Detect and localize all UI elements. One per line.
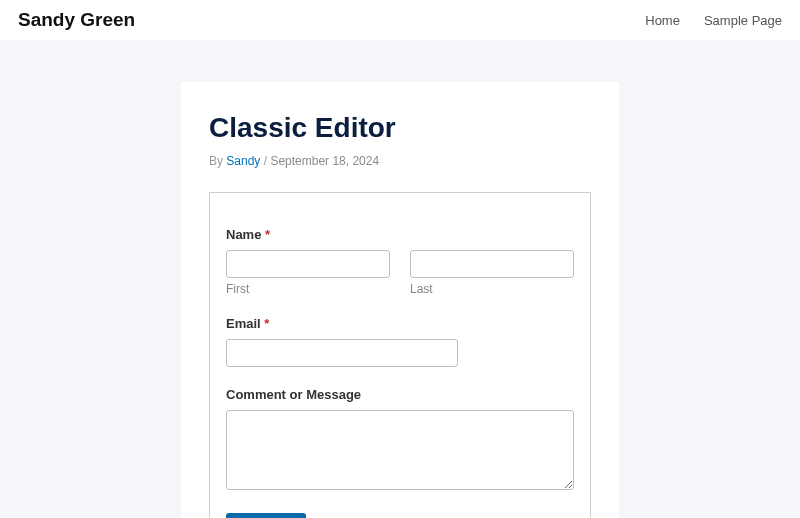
by-label: By	[209, 154, 226, 168]
name-label: Name *	[226, 227, 574, 242]
last-name-input[interactable]	[410, 250, 574, 278]
site-title[interactable]: Sandy Green	[18, 9, 135, 31]
email-label: Email *	[226, 316, 574, 331]
author-link[interactable]: Sandy	[226, 154, 260, 168]
name-field-group: Name * First Last	[226, 227, 574, 296]
comment-label: Comment or Message	[226, 387, 574, 402]
last-name-col: Last	[410, 250, 574, 296]
first-name-sublabel: First	[226, 282, 390, 296]
name-label-text: Name	[226, 227, 265, 242]
name-row: First Last	[226, 250, 574, 296]
contact-form: Name * First Last Email *	[209, 192, 591, 518]
email-label-text: Email	[226, 316, 264, 331]
page-title: Classic Editor	[209, 112, 591, 144]
submit-button[interactable]: Submit	[226, 513, 306, 518]
comment-textarea[interactable]	[226, 410, 574, 490]
last-name-sublabel: Last	[410, 282, 574, 296]
email-required-marker: *	[264, 316, 269, 331]
first-name-col: First	[226, 250, 390, 296]
nav-home[interactable]: Home	[645, 13, 680, 28]
first-name-input[interactable]	[226, 250, 390, 278]
email-field-group: Email *	[226, 316, 574, 367]
primary-nav: Home Sample Page	[645, 13, 782, 28]
comment-field-group: Comment or Message	[226, 387, 574, 493]
post-date: September 18, 2024	[270, 154, 379, 168]
site-header: Sandy Green Home Sample Page	[0, 0, 800, 40]
meta-separator: /	[260, 154, 270, 168]
email-input[interactable]	[226, 339, 458, 367]
main-area: Classic Editor By Sandy / September 18, …	[0, 40, 800, 518]
nav-sample-page[interactable]: Sample Page	[704, 13, 782, 28]
post-meta: By Sandy / September 18, 2024	[209, 154, 591, 168]
post-card: Classic Editor By Sandy / September 18, …	[181, 82, 619, 518]
name-required-marker: *	[265, 227, 270, 242]
